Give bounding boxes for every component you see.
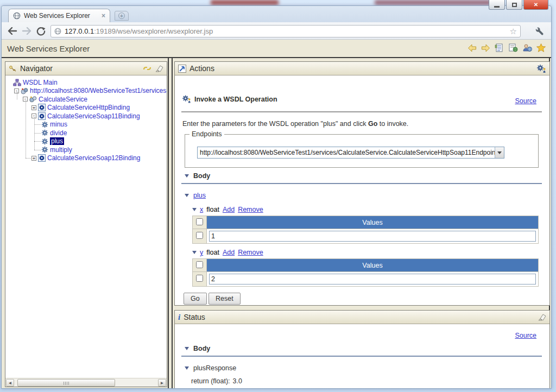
operation-gear-icon: [41, 138, 48, 145]
go-button[interactable]: Go: [184, 293, 207, 305]
select-dropdown-button[interactable]: [495, 147, 504, 158]
wse-forward-button[interactable]: [481, 44, 490, 52]
expand-expander-icon[interactable]: [31, 105, 36, 110]
uddi-explorer-button[interactable]: [522, 43, 532, 52]
collapse-triangle-icon[interactable]: [185, 194, 189, 197]
invoke-heading: Invoke a WSDL Operation: [194, 96, 277, 103]
row-checkbox[interactable]: [196, 275, 203, 282]
select-all-checkbox[interactable]: [196, 261, 203, 268]
add-link[interactable]: Add: [223, 249, 235, 256]
back-button[interactable]: [6, 24, 19, 37]
status-source-link[interactable]: Source: [515, 332, 536, 339]
favorites-star-button[interactable]: [536, 43, 546, 52]
minimize-button[interactable]: [489, 0, 505, 10]
collapse-triangle-icon[interactable]: [192, 251, 197, 254]
tab-close-icon[interactable]: ×: [102, 12, 105, 20]
value-input-y[interactable]: [209, 274, 536, 284]
select-all-checkbox[interactable]: [196, 218, 203, 225]
scrollbar-thumb[interactable]: [17, 379, 115, 387]
reload-button[interactable]: [34, 24, 47, 37]
desktop-blur-fragment: [211, 0, 279, 5]
binding-icon: [38, 112, 46, 120]
bookmark-star-icon[interactable]: ☆: [510, 27, 517, 36]
return-value: 3.0: [233, 377, 242, 385]
navigator-header: Navigator: [5, 62, 167, 75]
status-panel: i Status Source Body plusResponse return: [174, 310, 550, 388]
tree-item-operation-plus[interactable]: plus: [5, 137, 167, 146]
maximize-icon: [512, 3, 517, 7]
window-controls: ✕: [489, 0, 548, 10]
endpoint-select[interactable]: http://localhost:8080/WebServiceTest1/se…: [197, 147, 504, 159]
collapse-triangle-icon[interactable]: [192, 208, 197, 211]
forward-button[interactable]: [20, 24, 33, 37]
param-name-link[interactable]: x: [200, 206, 203, 213]
tree-item-wsdl-main[interactable]: WSDL Main: [5, 78, 167, 87]
info-icon: i: [178, 313, 180, 322]
chevron-down-icon: [497, 151, 502, 154]
tree-item-soap11-binding[interactable]: CalculateServiceSoap11Binding: [5, 112, 167, 121]
tree-item-operation-minus[interactable]: minus: [5, 121, 167, 129]
remove-link[interactable]: Remove: [238, 249, 263, 256]
param-y-row: y float Add Remove: [192, 249, 263, 256]
settings-wrench-button[interactable]: [534, 26, 545, 36]
scroll-left-icon[interactable]: ◄: [6, 379, 14, 387]
collapse-triangle-icon[interactable]: [185, 366, 189, 370]
status-title: Status: [184, 313, 205, 321]
tree-connector: [34, 117, 35, 150]
wsdl-page-button[interactable]: [495, 43, 504, 52]
page-title: Web Services Explorer: [7, 44, 90, 53]
service-icon: [21, 87, 28, 94]
clear-icon[interactable]: [155, 65, 163, 72]
back-arrow-icon: [8, 27, 17, 35]
browser-tab[interactable]: Web Services Explorer ×: [8, 9, 110, 22]
actions-icon: [178, 65, 186, 73]
collapse-triangle-icon[interactable]: [185, 174, 189, 178]
tree-item-operation-divide[interactable]: divide: [5, 129, 167, 137]
actions-panel: Actions Invoke a WSDL Operation Source: [174, 61, 550, 306]
clear-icon[interactable]: [538, 313, 546, 321]
value-input-x[interactable]: [209, 231, 536, 242]
launch-wizard-icon[interactable]: [537, 65, 546, 73]
response-label: plusResponse: [193, 364, 236, 372]
close-icon: ✕: [534, 2, 538, 8]
tree-item-service-url[interactable]: http://localhost:8080/WebServiceTest1/se…: [5, 87, 167, 96]
browser-window: Web Services Explorer × +: [1, 5, 552, 389]
expand-expander-icon[interactable]: [31, 156, 36, 161]
remove-link[interactable]: Remove: [238, 206, 263, 213]
address-bar[interactable]: 127.0.0.1:19189/wse/wsexplorer/wsexplore…: [50, 25, 521, 37]
tree-item-calculate-service[interactable]: CalculateService: [5, 95, 167, 104]
source-page-button[interactable]: [508, 43, 518, 52]
param-name-link[interactable]: y: [200, 249, 203, 256]
response-row: plusResponse: [185, 364, 236, 372]
add-link[interactable]: Add: [223, 206, 235, 213]
tree-connector: [34, 150, 41, 150]
navigator-title: Navigator: [20, 64, 53, 73]
tree-item-http-binding[interactable]: CalculateServiceHttpBinding: [5, 104, 167, 112]
wrench-icon: [534, 26, 545, 36]
actions-source-link[interactable]: Source: [515, 97, 536, 105]
tree-item-operation-multiply[interactable]: multiply: [5, 146, 167, 154]
link-navigator-icon[interactable]: [143, 65, 151, 72]
reset-button[interactable]: Reset: [208, 293, 241, 305]
scroll-right-icon[interactable]: ►: [158, 379, 166, 387]
wse-page-header: Web Services Explorer: [2, 40, 551, 57]
tree-connector: [26, 158, 32, 159]
maximize-button[interactable]: [506, 0, 522, 10]
status-body-label: Body: [193, 345, 210, 352]
navigator-hscrollbar[interactable]: ◄ ►: [5, 378, 167, 387]
wse-back-button[interactable]: [467, 44, 477, 52]
new-tab-button[interactable]: +: [115, 11, 129, 21]
values-column-header: Values: [207, 259, 539, 272]
operation-row: plus: [185, 192, 206, 199]
body-label: Body: [193, 172, 210, 180]
close-button[interactable]: ✕: [523, 0, 548, 10]
collapse-triangle-icon[interactable]: [185, 347, 189, 350]
frame-splitter[interactable]: [168, 58, 173, 388]
status-header: i Status: [175, 311, 549, 324]
row-checkbox[interactable]: [196, 232, 203, 239]
operation-gear-icon: [41, 146, 48, 153]
selected-tree-label: plus: [50, 137, 64, 145]
actions-title: Actions: [189, 64, 214, 73]
actions-header: Actions: [175, 62, 549, 75]
operation-link[interactable]: plus: [193, 192, 206, 199]
